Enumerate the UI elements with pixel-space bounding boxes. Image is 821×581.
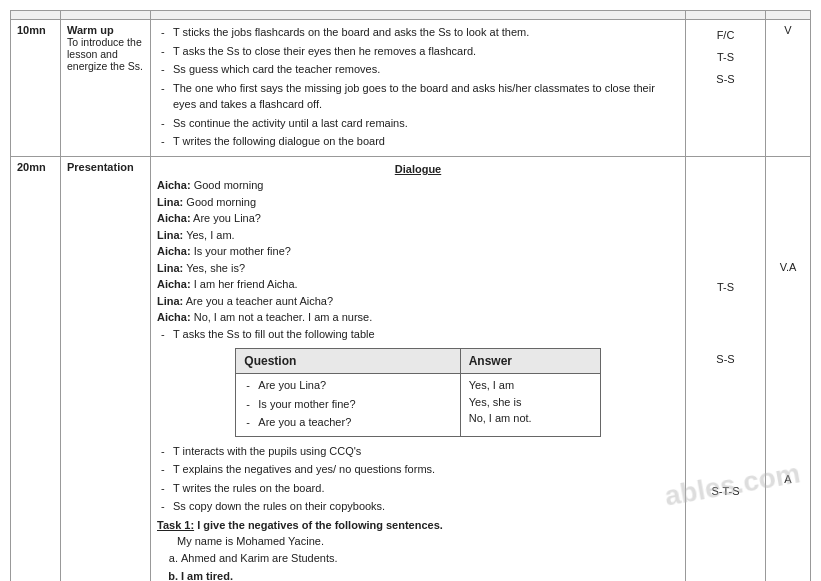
row1-time: 10mn xyxy=(11,20,61,157)
after-table-bullet: Ss copy down the rules on their copybook… xyxy=(157,498,679,515)
vakt-spacer1 xyxy=(772,161,804,261)
dialogue-line: Aicha: Are you Lina? xyxy=(157,210,679,227)
after-table-bullet: T explains the negatives and yes/ no que… xyxy=(157,461,679,478)
qa-question-item: Is your mother fine? xyxy=(244,396,451,413)
dialogue-line: Aicha: Is your mother fine? xyxy=(157,243,679,260)
qa-questions: Are you Lina?Is your mother fine?Are you… xyxy=(236,374,460,437)
header-interaction xyxy=(686,11,766,20)
qa-answer-item: Yes, I am xyxy=(469,377,592,394)
header-vakt xyxy=(766,11,811,20)
row2-time: 20mn xyxy=(11,156,61,581)
vakt-va: V.A xyxy=(772,261,804,273)
interaction-spacer1 xyxy=(692,161,759,281)
row1-interaction: F/CT-SS-S xyxy=(686,20,766,157)
row2-vakt: V.A A xyxy=(766,156,811,581)
dialogue-line: Aicha: Good morning xyxy=(157,177,679,194)
task1-example: My name is Mohamed Yacine. xyxy=(157,533,679,550)
dialogue-line: Lina: Yes, I am. xyxy=(157,227,679,244)
vakt-a: A xyxy=(772,473,804,485)
inner-header-question: Question xyxy=(236,349,460,374)
dialogue-line: Lina: Are you a teacher aunt Aicha? xyxy=(157,293,679,310)
dialogue-line: Aicha: I am her friend Aicha. xyxy=(157,276,679,293)
qa-answers: Yes, I amYes, she isNo, I am not. xyxy=(460,374,600,437)
dialogue-title: Dialogue xyxy=(157,161,679,178)
step-item: Ss continue the activity until a last ca… xyxy=(157,115,679,132)
task1-item: Ahmed and Karim are Students. xyxy=(181,550,679,567)
qa-question-item: Are you a teacher? xyxy=(244,414,451,431)
row1-steps: T sticks the jobs flashcards on the boar… xyxy=(151,20,686,157)
lesson-plan-table: 10mnWarm upTo introduce the lesson and e… xyxy=(10,10,811,581)
qa-answer-item: No, I am not. xyxy=(469,410,592,427)
header-time xyxy=(11,11,61,20)
step-item: T sticks the jobs flashcards on the boar… xyxy=(157,24,679,41)
qa-row: Are you Lina?Is your mother fine?Are you… xyxy=(236,374,600,437)
interaction-value: T-S xyxy=(717,51,734,63)
interaction-spacer2 xyxy=(692,293,759,353)
row1-framework: Warm upTo introduce the lesson and energ… xyxy=(61,20,151,157)
after-table-bullet: T writes the rules on the board. xyxy=(157,480,679,497)
dialogue-line: Aicha: No, I am not a teacher. I am a nu… xyxy=(157,309,679,326)
row2-framework: Presentation xyxy=(61,156,151,581)
header-steps xyxy=(151,11,686,20)
qa-table: Question Answer Are you Lina?Is your mot… xyxy=(235,348,600,437)
interaction-value: F/C xyxy=(717,29,735,41)
inner-header-answer: Answer xyxy=(460,349,600,374)
interaction-spacer3 xyxy=(692,365,759,485)
vakt-spacer2 xyxy=(772,273,804,473)
interaction-ss: S-S xyxy=(692,353,759,365)
qa-answer-item: Yes, she is xyxy=(469,394,592,411)
row2-steps: DialogueAicha: Good morningLina: Good mo… xyxy=(151,156,686,581)
step-item: Ss guess which card the teacher removes. xyxy=(157,61,679,78)
task1-item: I am tired. xyxy=(181,568,679,581)
row2-interaction: T-S S-S S-T-S xyxy=(686,156,766,581)
header-framework xyxy=(61,11,151,20)
dialogue-line: Lina: Yes, she is? xyxy=(157,260,679,277)
table-instruction: T asks the Ss to fill out the following … xyxy=(157,326,679,343)
row1-vakt: V xyxy=(766,20,811,157)
interaction-value: S-S xyxy=(716,73,734,85)
qa-question-item: Are you Lina? xyxy=(244,377,451,394)
interaction-ts1: T-S xyxy=(692,281,759,293)
after-table-bullet: T interacts with the pupils using CCQ's xyxy=(157,443,679,460)
step-item: T writes the following dialogue on the b… xyxy=(157,133,679,150)
interaction-sts: S-T-S xyxy=(692,485,759,497)
task1-header: Task 1: I give the negatives of the foll… xyxy=(157,517,679,534)
step-item: T asks the Ss to close their eyes then h… xyxy=(157,43,679,60)
step-item: The one who first says the missing job g… xyxy=(157,80,679,113)
dialogue-line: Lina: Good morning xyxy=(157,194,679,211)
